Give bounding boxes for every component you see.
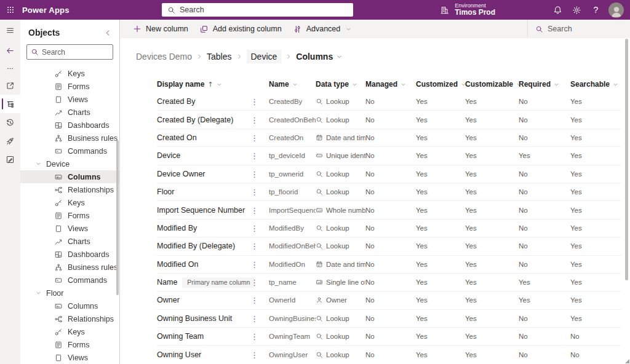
objects-scrollbar[interactable] xyxy=(116,140,119,295)
row-menu-button[interactable]: ⋮ xyxy=(249,260,260,269)
objects-search-input[interactable] xyxy=(42,48,109,57)
chevron-down-icon xyxy=(346,26,351,32)
table-row[interactable]: Created On⋮CreatedOnDate and timeNoYesYe… xyxy=(157,129,621,146)
main-scrollbar[interactable] xyxy=(625,39,628,280)
rail-item-rocket-icon[interactable] xyxy=(0,132,20,150)
avatar[interactable] xyxy=(608,2,624,18)
tree-item-charts[interactable]: Charts xyxy=(20,106,119,119)
settings-button[interactable] xyxy=(567,0,586,20)
help-button[interactable]: ? xyxy=(586,0,605,20)
tree-item-business-rules[interactable]: Business rules xyxy=(20,261,119,274)
rail-item-edit-box-icon[interactable] xyxy=(0,150,20,168)
rail-item-back-arrow-icon[interactable] xyxy=(0,41,20,60)
row-menu-button[interactable]: ⋮ xyxy=(249,188,260,196)
row-menu-button[interactable]: ⋮ xyxy=(249,133,260,142)
tree-item-business-rules[interactable]: Business rules xyxy=(20,132,119,144)
table-row[interactable]: Floor⋮tp_flooridLookupNoYesYesNoYes xyxy=(157,183,621,200)
tree-item-charts[interactable]: Charts xyxy=(20,235,119,248)
table-row[interactable]: Modified By (Delegate)⋮ModifiedOnBeha...… xyxy=(157,237,621,255)
table-search-input[interactable] xyxy=(548,25,623,33)
table-row[interactable]: Owning Business Unit⋮OwningBusiness...Lo… xyxy=(157,309,621,327)
app-title[interactable]: Power Apps xyxy=(22,6,70,15)
tree-item-views[interactable]: Views xyxy=(20,351,119,364)
tree-item-relationships[interactable]: Relationships xyxy=(20,183,119,196)
bell-icon xyxy=(553,6,562,15)
column-header-searchable[interactable]: Searchable xyxy=(570,80,621,89)
table-row[interactable]: Owning User⋮OwningUserLookupNoYesYesNoNo xyxy=(157,345,621,363)
column-header-display-name[interactable]: Display name↑ xyxy=(157,80,269,89)
table-row[interactable]: NamePrimary name column⋮tp_nameabSingle … xyxy=(157,273,621,291)
cell-required: No xyxy=(519,351,570,358)
table-row[interactable]: Modified By⋮ModifiedByLookupNoYesYesNoYe… xyxy=(157,219,621,237)
breadcrumb-item-devices-demo[interactable]: Devices Demo xyxy=(136,52,192,61)
table-row[interactable]: Device⋮tp_deviceIdUnique identifieNoYesY… xyxy=(157,146,621,164)
row-menu-button[interactable]: ⋮ xyxy=(249,350,260,359)
breadcrumb-item-device[interactable]: Device xyxy=(247,50,282,63)
tree-item-views[interactable]: Views xyxy=(20,93,119,106)
tree-group-floor[interactable]: Floor xyxy=(20,287,119,299)
environment-picker[interactable]: Environment Timos Prod xyxy=(431,0,504,20)
rail-item-history-icon[interactable] xyxy=(0,113,20,132)
tree-item-views[interactable]: Views xyxy=(20,222,119,235)
cell-display-name: Created By⋮ xyxy=(157,97,269,106)
tree-item-commands[interactable]: Commands xyxy=(20,144,119,157)
table-row[interactable]: Created By⋮CreatedByLookupNoYesYesNoYes xyxy=(157,92,621,110)
tree-item-forms[interactable]: Forms xyxy=(20,80,119,93)
row-menu-button[interactable]: ⋮ xyxy=(249,170,260,178)
advanced-button[interactable]: Advanced xyxy=(287,20,357,38)
tree-item-dashboards[interactable]: Dashboards xyxy=(20,248,119,261)
column-header-required[interactable]: Required xyxy=(519,80,570,89)
tree-item-columns[interactable]: AbcColumns xyxy=(20,170,119,183)
tree-item-keys[interactable]: Keys xyxy=(20,67,119,80)
collapse-panel-button[interactable] xyxy=(104,29,112,37)
waffle-icon[interactable] xyxy=(0,0,21,20)
table-search[interactable] xyxy=(527,20,630,38)
tree-item-keys[interactable]: Keys xyxy=(20,196,119,209)
column-header-data-type[interactable]: Data type xyxy=(316,80,365,89)
table-row[interactable]: Device Owner⋮tp_owneridLookupNoYesYesNoY… xyxy=(157,165,621,183)
row-menu-button[interactable]: ⋮ xyxy=(249,151,260,160)
new-column-button[interactable]: New column xyxy=(127,20,194,38)
column-header-customizable[interactable]: Customizable xyxy=(465,80,519,89)
row-menu-button[interactable]: ⋮ xyxy=(249,296,260,304)
cell-customized: Yes xyxy=(416,261,465,268)
row-menu-button[interactable]: ⋮ xyxy=(249,242,260,250)
table-row[interactable]: Import Sequence Number⋮ImportSequence...… xyxy=(157,200,621,218)
table-row[interactable]: Created By (Delegate)⋮CreatedOnBehalf...… xyxy=(157,110,621,128)
row-menu-button[interactable]: ⋮ xyxy=(249,314,260,323)
notifications-button[interactable] xyxy=(548,0,567,20)
tree-item-relationships[interactable]: Relationships xyxy=(20,312,119,325)
tree-item-dashboards[interactable]: Dashboards xyxy=(20,119,119,132)
column-header-name[interactable]: Name xyxy=(269,80,316,89)
add-existing-column-button[interactable]: Add existing column xyxy=(194,20,287,38)
column-header-managed[interactable]: Managed xyxy=(365,80,416,89)
table-row[interactable]: Owning Team⋮OwningTeamLookupNoYesYesNoNo xyxy=(157,327,621,345)
table-row[interactable]: Owner⋮OwnerIdOwnerNoYesYesYesYes xyxy=(157,291,621,309)
rail-item-tables-tree-icon[interactable] xyxy=(0,95,20,113)
breadcrumb-item-tables[interactable]: Tables xyxy=(207,52,231,61)
tree-item-forms[interactable]: Forms xyxy=(20,338,119,351)
svg-text:Abc: Abc xyxy=(56,176,61,178)
tree-item-forms[interactable]: Forms xyxy=(20,209,119,222)
tree-item-commands[interactable]: Commands xyxy=(20,274,119,287)
global-search-input[interactable] xyxy=(180,6,348,14)
tree-item-keys[interactable]: Keys xyxy=(20,325,119,338)
rail-item-open-app-icon[interactable] xyxy=(0,76,20,95)
row-menu-button[interactable]: ⋮ xyxy=(249,224,260,232)
cell-display-name: Owning Business Unit⋮ xyxy=(157,314,269,323)
table-row[interactable]: Modified On⋮ModifiedOnDate and timeNoYes… xyxy=(157,255,621,273)
tree-group-device[interactable]: Device xyxy=(20,157,119,170)
breadcrumb-item-columns[interactable]: Columns xyxy=(296,52,342,61)
global-search[interactable] xyxy=(162,3,353,17)
row-menu-button[interactable]: ⋮ xyxy=(249,116,260,124)
row-menu-button[interactable]: ⋮ xyxy=(249,97,260,106)
row-menu-button[interactable]: ⋮ xyxy=(249,332,260,341)
tree-item-columns[interactable]: AbcColumns xyxy=(20,299,119,312)
cell-searchable: No xyxy=(570,333,621,340)
rail-item-more-ellipsis-icon[interactable] xyxy=(0,60,20,76)
row-menu-button[interactable]: ⋮ xyxy=(249,277,260,288)
rail-item-hamburger-menu-icon[interactable] xyxy=(0,20,20,41)
objects-search[interactable] xyxy=(26,44,113,60)
column-header-customized[interactable]: Customized xyxy=(416,80,465,89)
row-menu-button[interactable]: ⋮ xyxy=(249,206,260,215)
